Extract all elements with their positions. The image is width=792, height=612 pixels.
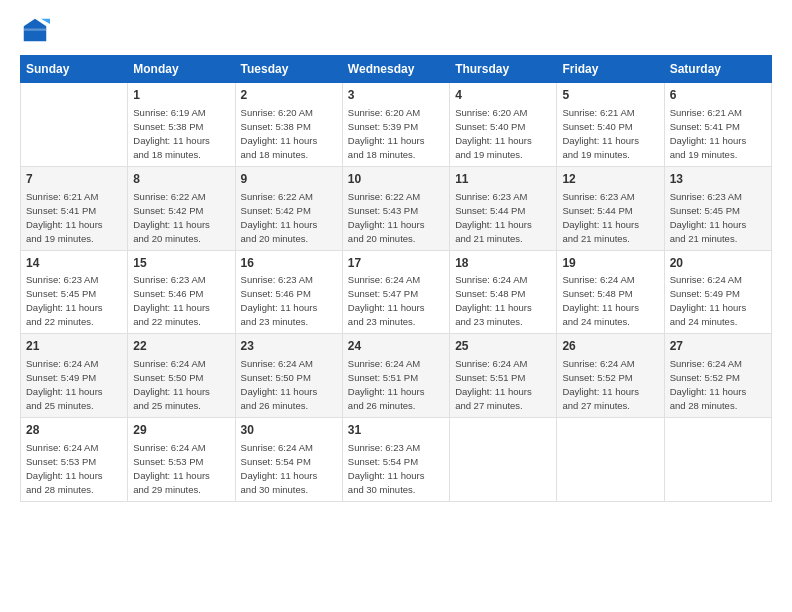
day-number: 16 bbox=[241, 255, 337, 272]
week-row-5: 28Sunrise: 6:24 AM Sunset: 5:53 PM Dayli… bbox=[21, 418, 772, 502]
header-row: SundayMondayTuesdayWednesdayThursdayFrid… bbox=[21, 56, 772, 83]
day-number: 26 bbox=[562, 338, 658, 355]
day-info: Sunrise: 6:23 AM Sunset: 5:44 PM Dayligh… bbox=[562, 191, 639, 244]
calendar-cell: 24Sunrise: 6:24 AM Sunset: 5:51 PM Dayli… bbox=[342, 334, 449, 418]
day-number: 20 bbox=[670, 255, 766, 272]
header-cell-saturday: Saturday bbox=[664, 56, 771, 83]
day-number: 10 bbox=[348, 171, 444, 188]
day-info: Sunrise: 6:24 AM Sunset: 5:51 PM Dayligh… bbox=[455, 358, 532, 411]
calendar-cell: 4Sunrise: 6:20 AM Sunset: 5:40 PM Daylig… bbox=[450, 83, 557, 167]
day-number: 1 bbox=[133, 87, 229, 104]
day-info: Sunrise: 6:23 AM Sunset: 5:45 PM Dayligh… bbox=[670, 191, 747, 244]
calendar-cell: 16Sunrise: 6:23 AM Sunset: 5:46 PM Dayli… bbox=[235, 250, 342, 334]
day-number: 25 bbox=[455, 338, 551, 355]
day-number: 29 bbox=[133, 422, 229, 439]
day-info: Sunrise: 6:24 AM Sunset: 5:50 PM Dayligh… bbox=[133, 358, 210, 411]
day-number: 2 bbox=[241, 87, 337, 104]
calendar-cell: 2Sunrise: 6:20 AM Sunset: 5:38 PM Daylig… bbox=[235, 83, 342, 167]
day-number: 4 bbox=[455, 87, 551, 104]
day-number: 22 bbox=[133, 338, 229, 355]
calendar-cell: 12Sunrise: 6:23 AM Sunset: 5:44 PM Dayli… bbox=[557, 166, 664, 250]
day-number: 3 bbox=[348, 87, 444, 104]
header-cell-thursday: Thursday bbox=[450, 56, 557, 83]
header-cell-sunday: Sunday bbox=[21, 56, 128, 83]
day-number: 31 bbox=[348, 422, 444, 439]
day-info: Sunrise: 6:20 AM Sunset: 5:39 PM Dayligh… bbox=[348, 107, 425, 160]
calendar-cell: 14Sunrise: 6:23 AM Sunset: 5:45 PM Dayli… bbox=[21, 250, 128, 334]
calendar-cell: 19Sunrise: 6:24 AM Sunset: 5:48 PM Dayli… bbox=[557, 250, 664, 334]
day-info: Sunrise: 6:23 AM Sunset: 5:54 PM Dayligh… bbox=[348, 442, 425, 495]
calendar-cell: 6Sunrise: 6:21 AM Sunset: 5:41 PM Daylig… bbox=[664, 83, 771, 167]
day-info: Sunrise: 6:24 AM Sunset: 5:52 PM Dayligh… bbox=[562, 358, 639, 411]
calendar-cell: 8Sunrise: 6:22 AM Sunset: 5:42 PM Daylig… bbox=[128, 166, 235, 250]
header-cell-tuesday: Tuesday bbox=[235, 56, 342, 83]
day-info: Sunrise: 6:24 AM Sunset: 5:48 PM Dayligh… bbox=[455, 274, 532, 327]
calendar-cell: 17Sunrise: 6:24 AM Sunset: 5:47 PM Dayli… bbox=[342, 250, 449, 334]
calendar-cell: 5Sunrise: 6:21 AM Sunset: 5:40 PM Daylig… bbox=[557, 83, 664, 167]
week-row-2: 7Sunrise: 6:21 AM Sunset: 5:41 PM Daylig… bbox=[21, 166, 772, 250]
day-number: 17 bbox=[348, 255, 444, 272]
day-number: 28 bbox=[26, 422, 122, 439]
logo-icon bbox=[20, 15, 50, 45]
calendar-cell: 31Sunrise: 6:23 AM Sunset: 5:54 PM Dayli… bbox=[342, 418, 449, 502]
day-number: 15 bbox=[133, 255, 229, 272]
day-info: Sunrise: 6:21 AM Sunset: 5:40 PM Dayligh… bbox=[562, 107, 639, 160]
calendar-table: SundayMondayTuesdayWednesdayThursdayFrid… bbox=[20, 55, 772, 502]
day-number: 11 bbox=[455, 171, 551, 188]
calendar-cell: 25Sunrise: 6:24 AM Sunset: 5:51 PM Dayli… bbox=[450, 334, 557, 418]
calendar-cell bbox=[557, 418, 664, 502]
calendar-cell: 18Sunrise: 6:24 AM Sunset: 5:48 PM Dayli… bbox=[450, 250, 557, 334]
calendar-cell: 28Sunrise: 6:24 AM Sunset: 5:53 PM Dayli… bbox=[21, 418, 128, 502]
calendar-cell: 20Sunrise: 6:24 AM Sunset: 5:49 PM Dayli… bbox=[664, 250, 771, 334]
day-number: 9 bbox=[241, 171, 337, 188]
day-info: Sunrise: 6:21 AM Sunset: 5:41 PM Dayligh… bbox=[26, 191, 103, 244]
day-info: Sunrise: 6:23 AM Sunset: 5:46 PM Dayligh… bbox=[133, 274, 210, 327]
calendar-cell: 10Sunrise: 6:22 AM Sunset: 5:43 PM Dayli… bbox=[342, 166, 449, 250]
day-number: 14 bbox=[26, 255, 122, 272]
week-row-3: 14Sunrise: 6:23 AM Sunset: 5:45 PM Dayli… bbox=[21, 250, 772, 334]
calendar-cell: 13Sunrise: 6:23 AM Sunset: 5:45 PM Dayli… bbox=[664, 166, 771, 250]
day-info: Sunrise: 6:24 AM Sunset: 5:54 PM Dayligh… bbox=[241, 442, 318, 495]
day-info: Sunrise: 6:23 AM Sunset: 5:45 PM Dayligh… bbox=[26, 274, 103, 327]
day-number: 23 bbox=[241, 338, 337, 355]
calendar-cell: 27Sunrise: 6:24 AM Sunset: 5:52 PM Dayli… bbox=[664, 334, 771, 418]
day-number: 21 bbox=[26, 338, 122, 355]
day-info: Sunrise: 6:24 AM Sunset: 5:49 PM Dayligh… bbox=[670, 274, 747, 327]
calendar-cell: 7Sunrise: 6:21 AM Sunset: 5:41 PM Daylig… bbox=[21, 166, 128, 250]
day-number: 27 bbox=[670, 338, 766, 355]
header-cell-wednesday: Wednesday bbox=[342, 56, 449, 83]
calendar-cell: 9Sunrise: 6:22 AM Sunset: 5:42 PM Daylig… bbox=[235, 166, 342, 250]
day-info: Sunrise: 6:20 AM Sunset: 5:40 PM Dayligh… bbox=[455, 107, 532, 160]
day-number: 5 bbox=[562, 87, 658, 104]
calendar-cell: 15Sunrise: 6:23 AM Sunset: 5:46 PM Dayli… bbox=[128, 250, 235, 334]
svg-marker-1 bbox=[41, 19, 50, 24]
calendar-cell: 30Sunrise: 6:24 AM Sunset: 5:54 PM Dayli… bbox=[235, 418, 342, 502]
day-info: Sunrise: 6:24 AM Sunset: 5:53 PM Dayligh… bbox=[26, 442, 103, 495]
logo bbox=[20, 15, 54, 45]
day-info: Sunrise: 6:23 AM Sunset: 5:46 PM Dayligh… bbox=[241, 274, 318, 327]
day-number: 19 bbox=[562, 255, 658, 272]
day-number: 6 bbox=[670, 87, 766, 104]
day-number: 30 bbox=[241, 422, 337, 439]
week-row-1: 1Sunrise: 6:19 AM Sunset: 5:38 PM Daylig… bbox=[21, 83, 772, 167]
day-info: Sunrise: 6:24 AM Sunset: 5:50 PM Dayligh… bbox=[241, 358, 318, 411]
day-info: Sunrise: 6:22 AM Sunset: 5:42 PM Dayligh… bbox=[133, 191, 210, 244]
day-number: 18 bbox=[455, 255, 551, 272]
day-info: Sunrise: 6:23 AM Sunset: 5:44 PM Dayligh… bbox=[455, 191, 532, 244]
calendar-cell: 21Sunrise: 6:24 AM Sunset: 5:49 PM Dayli… bbox=[21, 334, 128, 418]
day-number: 8 bbox=[133, 171, 229, 188]
day-number: 24 bbox=[348, 338, 444, 355]
calendar-cell bbox=[450, 418, 557, 502]
day-info: Sunrise: 6:19 AM Sunset: 5:38 PM Dayligh… bbox=[133, 107, 210, 160]
day-info: Sunrise: 6:21 AM Sunset: 5:41 PM Dayligh… bbox=[670, 107, 747, 160]
calendar-cell bbox=[664, 418, 771, 502]
day-info: Sunrise: 6:24 AM Sunset: 5:53 PM Dayligh… bbox=[133, 442, 210, 495]
week-row-4: 21Sunrise: 6:24 AM Sunset: 5:49 PM Dayli… bbox=[21, 334, 772, 418]
day-number: 12 bbox=[562, 171, 658, 188]
day-info: Sunrise: 6:22 AM Sunset: 5:43 PM Dayligh… bbox=[348, 191, 425, 244]
day-info: Sunrise: 6:20 AM Sunset: 5:38 PM Dayligh… bbox=[241, 107, 318, 160]
calendar-cell: 22Sunrise: 6:24 AM Sunset: 5:50 PM Dayli… bbox=[128, 334, 235, 418]
calendar-page: SundayMondayTuesdayWednesdayThursdayFrid… bbox=[0, 0, 792, 612]
svg-rect-2 bbox=[24, 29, 47, 31]
day-info: Sunrise: 6:24 AM Sunset: 5:51 PM Dayligh… bbox=[348, 358, 425, 411]
